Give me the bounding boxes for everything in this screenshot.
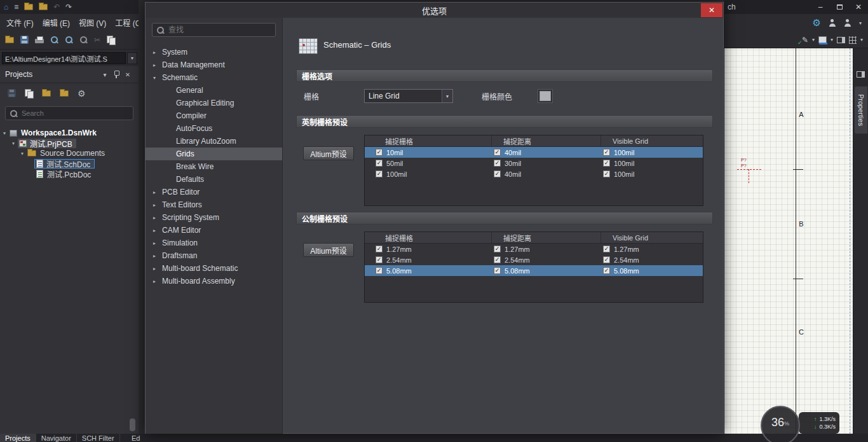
panels-icon[interactable] (857, 71, 865, 78)
pref-item-cam-editor[interactable]: ▸CAM Editor (146, 224, 282, 237)
menu-file[interactable]: 文件 (F) (6, 17, 34, 28)
pref-item-grids[interactable]: Grids (146, 148, 282, 160)
menu-project[interactable]: 工程 (C) (115, 17, 139, 28)
pin-icon[interactable] (111, 71, 122, 79)
print-preview-icon[interactable] (50, 36, 58, 44)
tree-item-pcbdoc[interactable]: 测试.PcbDoc (0, 169, 139, 179)
window-restore-button[interactable] (830, 0, 849, 14)
open-document-icon[interactable] (39, 4, 48, 10)
checkbox[interactable]: ✓ (376, 149, 383, 156)
checkbox[interactable]: ✓ (603, 149, 610, 156)
expand-icon[interactable]: ▾ (19, 151, 25, 156)
zoom-fit-icon[interactable] (65, 36, 73, 44)
panel-close-icon[interactable]: ✕ (122, 71, 133, 78)
pref-item-text-editors[interactable]: ▸Text Editors (146, 198, 282, 211)
tab-editor-partial[interactable]: Ed (132, 434, 140, 442)
imperial-altium-presets-button[interactable]: Altium预设 (303, 146, 354, 160)
net-color-chevron-icon[interactable]: ▾ (831, 37, 833, 43)
projects-search[interactable] (5, 106, 133, 120)
tab-sch-filter[interactable]: SCH Filter (77, 434, 120, 442)
tree-item-schdoc[interactable]: 测试.SchDoc (0, 158, 139, 169)
schematic-canvas[interactable]: A B C P? P? (724, 48, 853, 434)
checkbox[interactable]: ✓ (494, 245, 501, 252)
notifications-icon[interactable] (829, 19, 836, 27)
pref-item-draftsman[interactable]: ▸Draftsman (146, 249, 282, 262)
dialog-title-bar[interactable]: 优选项 ✕ (146, 3, 723, 18)
window-close-button[interactable]: ✕ (849, 0, 868, 14)
explorer-icon[interactable] (60, 90, 69, 97)
metric-row-2[interactable]: ✓2.54mm ✓2.54mm ✓2.54mm (365, 254, 703, 265)
checkbox[interactable]: ✓ (376, 256, 383, 263)
pref-item-pcb-editor[interactable]: ▸PCB Editor (146, 186, 282, 198)
tree-item-project[interactable]: ▾ 测试.PrjPCB (0, 138, 139, 148)
panel-menu-icon[interactable]: ▾ (99, 71, 111, 78)
grid-color-swatch[interactable] (538, 89, 553, 103)
pref-item-library-autozoom[interactable]: Library AutoZoom (146, 135, 282, 148)
checkbox[interactable]: ✓ (376, 267, 383, 274)
pref-item-compiler[interactable]: Compiler (146, 109, 282, 122)
grid-chevron-icon[interactable]: ▾ (860, 37, 863, 43)
preferences-search-input[interactable] (168, 25, 271, 34)
tab-navigator[interactable]: Navigator (36, 434, 77, 442)
checkbox[interactable]: ✓ (376, 245, 383, 252)
user-account-icon[interactable] (844, 19, 851, 27)
pref-item-multi-board-assembly[interactable]: ▸Multi-board Assembly (146, 275, 282, 287)
checkbox[interactable]: ✓ (376, 170, 383, 177)
checkbox[interactable]: ✓ (494, 267, 501, 274)
imperial-row-3[interactable]: ✓100mil ✓40mil ✓100mil (365, 169, 703, 179)
zoom-indicator[interactable]: 36 % (761, 406, 800, 442)
app-home-icon[interactable]: ⌂ (4, 3, 8, 11)
metric-row-3[interactable]: ✓5.08mm ✓5.08mm ✓5.08mm (365, 265, 703, 276)
projects-search-input[interactable] (22, 109, 129, 117)
redo-icon[interactable]: ↷ (65, 3, 72, 11)
window-minimize-button[interactable]: – (811, 0, 830, 14)
expand-icon[interactable]: ▾ (10, 141, 17, 146)
scrollbar-thumb[interactable] (130, 418, 135, 431)
pref-item-multi-board-schematic[interactable]: ▸Multi-board Schematic (146, 262, 282, 275)
checkbox[interactable]: ✓ (603, 267, 610, 274)
open-project-icon[interactable] (24, 4, 33, 10)
grid-settings-icon[interactable] (849, 36, 857, 44)
pref-item-break-wire[interactable]: Break Wire (146, 160, 282, 173)
menu-view[interactable]: 视图 (V) (79, 17, 106, 28)
print-icon[interactable] (35, 36, 44, 43)
checkbox[interactable]: ✓ (494, 160, 501, 167)
pref-item-defaults[interactable]: Defaults (146, 173, 282, 186)
wire-options-chevron-icon[interactable]: ▾ (812, 37, 815, 43)
metric-altium-presets-button[interactable]: Altium预设 (303, 243, 354, 257)
user-menu-chevron-icon[interactable]: ▾ (859, 20, 862, 26)
metric-row-1[interactable]: ✓1.27mm ✓1.27mm ✓1.27mm (365, 244, 703, 254)
grid-type-dropdown[interactable]: Line Grid ▾ (364, 89, 453, 103)
tree-item-source-documents[interactable]: ▾ Source Documents (0, 148, 139, 158)
open-icon[interactable] (5, 37, 14, 43)
tab-projects[interactable]: Projects (0, 434, 36, 442)
pref-item-simulation[interactable]: ▸Simulation (146, 237, 282, 249)
copy-icon[interactable] (107, 36, 115, 44)
checkbox[interactable]: ✓ (603, 256, 610, 263)
pref-item-system[interactable]: ▸System (146, 46, 282, 59)
save-project-icon[interactable] (8, 89, 16, 97)
checkbox[interactable]: ✓ (494, 170, 501, 177)
pref-item-scripting-system[interactable]: ▸Scripting System (146, 211, 282, 224)
checkbox[interactable]: ✓ (494, 256, 501, 263)
settings-gear-icon[interactable]: ⚙ (813, 17, 821, 29)
dropdown-chevron-icon[interactable]: ▾ (442, 90, 452, 102)
checkbox[interactable]: ✓ (494, 149, 501, 156)
imperial-row-1[interactable]: ✓10mil ✓40mil ✓100mil (365, 147, 703, 158)
checkbox[interactable]: ✓ (603, 170, 610, 177)
pref-item-graphical-editing[interactable]: Graphical Editing (146, 97, 282, 109)
pref-item-data-management[interactable]: ▸Data Management (146, 59, 282, 71)
tree-item-workspace[interactable]: ▾ Workspace1.DsnWrk (0, 128, 139, 138)
pref-item-schematic[interactable]: ▾Schematic (146, 71, 282, 84)
refresh-icon[interactable] (42, 90, 51, 97)
panel-settings-gear-icon[interactable]: ⚙ (78, 88, 86, 99)
net-color-icon[interactable] (818, 36, 827, 43)
checkbox[interactable]: ✓ (603, 245, 610, 252)
checkbox[interactable]: ✓ (376, 160, 383, 167)
port-tool-icon[interactable] (837, 37, 845, 43)
menu-icon[interactable]: ≡ (14, 3, 18, 11)
undo-icon[interactable]: ↶ (53, 3, 60, 11)
checkbox[interactable]: ✓ (603, 160, 610, 167)
pref-item-general[interactable]: General (146, 84, 282, 97)
compile-icon[interactable] (25, 89, 33, 97)
